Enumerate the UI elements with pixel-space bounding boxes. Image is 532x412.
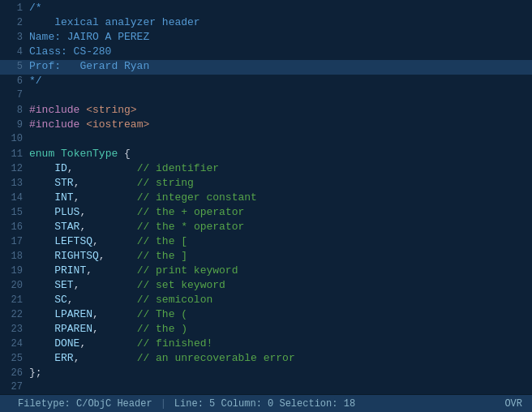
line-number: 4 [3,46,23,58]
normal-token [29,162,54,174]
identifier-token: RPAREN [54,323,92,335]
identifier-token: INT [54,191,73,204]
inline-comment-token: // identifier [137,162,219,174]
code-line: 6*/ [0,75,532,89]
line-content: lexical analyzer header [29,16,529,28]
line-number: 14 [3,192,23,204]
inline-comment-token: // integer constant [137,191,257,204]
code-line: 11enum TokenType { [0,148,532,162]
normal-token [99,235,137,247]
code-line: 3Name: JAIRO A PEREZ [0,31,532,45]
line-content: LPAREN, // The ( [29,308,529,320]
code-line: 19 PRINT, // print keyword [0,264,532,279]
identifier-token: SC [54,294,67,306]
normal-token: , [99,250,105,262]
line-content: #include <string> [29,104,529,116]
normal-token [29,264,54,277]
inline-comment-token: // the + operator [137,206,245,218]
line-number: 23 [3,324,23,335]
normal-token: , [92,323,99,335]
line-content: PLUS, // the + operator [29,206,529,218]
class-token: TokenType [61,148,118,160]
line-content: RIGHTSQ, // the ] [29,250,529,262]
identifier-token: PLUS [54,206,79,218]
line-number: 18 [3,251,23,262]
normal-token [29,191,54,204]
code-line: 16 STAR, // the * operator [0,221,532,235]
line-number: 24 [3,338,23,350]
line-number: 13 [3,178,23,189]
inline-comment-token: // the ] [137,250,187,262]
inline-comment-token: // the * operator [137,221,245,233]
code-line: 17 LEFTSQ, // the [ [0,235,532,250]
identifier-token: LPAREN [54,308,92,320]
code-line: 26}; [0,367,532,381]
code-line: 9#include <iostream> [0,118,532,133]
identifier-token: DONE [54,337,79,350]
line-content: STR, // string [29,177,529,189]
line-number: 21 [3,294,23,306]
filetype-status: Filetype: C/ObjC Header [10,398,161,410]
normal-token [79,352,136,364]
normal-token [99,308,137,320]
inline-comment-token: // finished! [137,337,213,350]
inline-comment-token: // the ) [137,323,187,335]
normal-token [54,148,61,160]
line-number: 7 [3,89,23,101]
line-number: 11 [3,148,23,160]
line-number: 19 [3,265,23,277]
code-line: 14 INT, // integer constant [0,191,532,206]
identifier-token: LEFTSQ [54,235,92,247]
normal-token [29,279,54,291]
normal-token: , [67,294,74,306]
normal-token [86,206,136,218]
inline-comment-token: // set keyword [137,279,225,291]
code-line: 20 SET, // set keyword [0,279,532,294]
normal-token [86,221,136,233]
line-number: 12 [3,163,23,174]
code-line: 23 RPAREN, // the ) [0,323,532,337]
normal-token [99,323,137,335]
inline-comment-token: // the [ [137,235,187,247]
normal-token [79,191,136,204]
comment-token: Class: CS-280 [29,45,111,58]
line-content: SET, // set keyword [29,279,529,291]
line-content: DONE, // finished! [29,337,529,350]
line-content: Prof: Gerard Ryan [29,60,529,72]
line-content: PRINT, // print keyword [29,264,529,277]
comment-token: lexical analyzer header [29,16,200,28]
code-editor[interactable]: 1/*2 lexical analyzer header3Name: JAIRO… [0,0,532,394]
identifier-token: STR [54,177,73,189]
code-line: 7 [0,89,532,104]
normal-token [29,177,54,189]
code-line: 24 DONE, // finished! [0,337,532,352]
normal-token: }; [29,367,42,379]
line-number: 10 [3,133,23,144]
line-content: ID, // identifier [29,162,529,174]
normal-token [29,352,54,364]
code-line: 5Prof: Gerard Ryan [0,60,532,75]
code-line: 4Class: CS-280 [0,45,532,60]
line-content: LEFTSQ, // the [ [29,235,529,247]
identifier-token: RIGHTSQ [54,250,99,262]
code-line: 12 ID, // identifier [0,162,532,177]
preprocessor-token: #include [29,118,86,131]
line-col-status: Line: 5 Column: 0 Selection: 18 [166,398,363,410]
keyword-token: enum [29,148,54,160]
comment-token: /* [29,2,42,14]
normal-token: , [92,235,99,247]
line-content: Class: CS-280 [29,45,529,58]
comment-token: */ [29,75,42,87]
include-string-token: <iostream> [86,118,149,131]
code-line: 8#include <string> [0,104,532,118]
include-string-token: <string> [86,104,136,116]
line-number: 17 [3,236,23,247]
identifier-token: PRINT [54,264,86,277]
code-line: 18 RIGHTSQ, // the ] [0,250,532,264]
line-content: Name: JAIRO A PEREZ [29,31,529,43]
line-content: RPAREN, // the ) [29,323,529,335]
code-line: 13 STR, // string [0,177,532,191]
normal-token [74,294,137,306]
preprocessor-token: #include [29,104,86,116]
code-line: 10 [0,133,532,148]
